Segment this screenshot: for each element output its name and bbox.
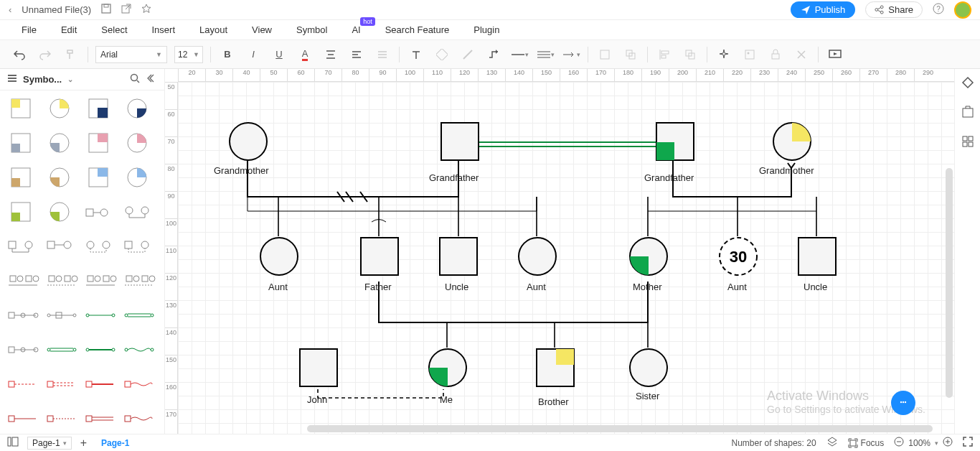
page-tab[interactable]: Page-1 <box>95 438 135 448</box>
node-grandfather2[interactable] <box>655 121 695 164</box>
zoom-in-button[interactable] <box>943 437 953 449</box>
symbol-relation-8[interactable] <box>46 267 77 294</box>
symbol-relation-6[interactable] <box>123 233 155 260</box>
node-aunt2[interactable] <box>517 236 557 279</box>
node-grandmother2[interactable] <box>772 121 812 164</box>
symbol-line-14[interactable] <box>46 405 77 432</box>
symbol-relation-2[interactable] <box>123 198 155 226</box>
symbol-circle-navy[interactable] <box>123 95 155 122</box>
grid-icon[interactable] <box>961 135 974 150</box>
page-select[interactable]: Page-1▾ <box>27 437 72 450</box>
node-sister[interactable] <box>628 348 669 390</box>
node-mother[interactable] <box>628 236 669 279</box>
node-father[interactable] <box>359 236 400 279</box>
symbol-line-9[interactable] <box>7 371 39 398</box>
font-select[interactable]: Arial▼ <box>95 46 167 63</box>
node-brother[interactable] <box>535 348 575 390</box>
presentation-tool[interactable] <box>826 45 844 64</box>
symbol-relation-7[interactable] <box>7 267 39 294</box>
menu-edit[interactable]: Edit <box>61 24 77 35</box>
image-tool[interactable] <box>740 45 759 64</box>
settings-tool[interactable] <box>792 45 811 64</box>
symbol-square-grey[interactable] <box>7 129 39 157</box>
symbol-relation-3[interactable] <box>7 233 39 260</box>
group-tool[interactable] <box>681 45 699 64</box>
bold-button[interactable]: B <box>218 45 237 64</box>
help-icon[interactable]: ? <box>933 3 944 17</box>
hamburger-icon[interactable] <box>7 73 17 85</box>
symbol-line-10[interactable] <box>46 371 77 398</box>
menu-select[interactable]: Select <box>101 24 127 35</box>
font-size-select[interactable]: 12▼ <box>174 46 203 63</box>
symbol-line-5[interactable] <box>7 336 39 363</box>
share-button[interactable]: Share <box>865 1 923 18</box>
italic-button[interactable]: I <box>244 45 263 64</box>
node-me[interactable] <box>428 348 468 390</box>
avatar[interactable] <box>954 1 971 19</box>
symbol-square-blue[interactable] <box>85 164 116 191</box>
symbol-line-7[interactable] <box>85 336 116 363</box>
symbol-line-6[interactable] <box>46 336 77 363</box>
menu-view[interactable]: View <box>252 24 272 35</box>
save-icon[interactable] <box>101 4 111 16</box>
symbol-line-13[interactable] <box>7 405 39 432</box>
symbol-square-pink[interactable] <box>85 129 116 157</box>
symbol-circle-tan[interactable] <box>46 164 77 191</box>
chevron-down-icon[interactable]: ⌄ <box>67 75 73 83</box>
symbol-circle-grey[interactable] <box>46 129 77 157</box>
node-aunt1[interactable] <box>259 236 299 279</box>
scrollbar-horizontal[interactable] <box>307 425 933 432</box>
layers-icon[interactable] <box>826 436 838 450</box>
symbol-relation-1[interactable] <box>85 198 116 226</box>
menu-layout[interactable]: Layout <box>199 24 227 35</box>
fill-tool[interactable] <box>433 45 451 64</box>
node-grandmother1[interactable] <box>228 121 268 164</box>
snap1-tool[interactable] <box>595 45 614 64</box>
text-color-button[interactable]: A <box>296 45 314 64</box>
line-weight-tool[interactable]: ▾ <box>536 45 555 64</box>
menu-plugin[interactable]: Plugin <box>473 24 499 35</box>
node-aunt3[interactable]: 30 <box>718 236 758 279</box>
export-icon[interactable] <box>961 106 974 121</box>
text-tool[interactable] <box>407 45 425 64</box>
page-list-icon[interactable] <box>7 437 19 449</box>
line-color-tool[interactable] <box>458 45 477 64</box>
add-page-button[interactable]: + <box>80 437 87 450</box>
snap2-tool[interactable] <box>621 45 640 64</box>
menu-symbol[interactable]: Symbol <box>296 24 327 35</box>
redo-button[interactable] <box>36 45 55 64</box>
symbol-relation-9[interactable] <box>85 267 116 294</box>
symbol-line-11[interactable] <box>85 371 116 398</box>
menu-file[interactable]: File <box>22 24 37 35</box>
menu-insert[interactable]: Insert <box>152 24 176 35</box>
scrollbar-vertical[interactable] <box>946 168 953 398</box>
magic-tool[interactable] <box>715 45 733 64</box>
underline-button[interactable]: U <box>270 45 288 64</box>
chat-button[interactable] <box>891 391 915 415</box>
symbol-circle-green[interactable] <box>46 198 77 226</box>
undo-button[interactable] <box>10 45 29 64</box>
align-left-tool[interactable] <box>655 45 674 64</box>
arrow-style-tool[interactable]: ▾ <box>562 45 580 64</box>
canvas[interactable]: Grandmother Grandfather Grandfather Gran… <box>178 82 954 434</box>
symbol-line-16[interactable] <box>123 405 155 432</box>
zoom-control[interactable]: 100%▾ <box>894 437 953 449</box>
node-grandfather1[interactable] <box>440 121 480 164</box>
publish-button[interactable]: Publish <box>791 1 856 18</box>
menu-search-feature[interactable]: Search Feature <box>385 24 450 35</box>
connector-tool[interactable] <box>484 45 503 64</box>
symbol-relation-10[interactable] <box>123 267 155 294</box>
symbol-line-1[interactable] <box>7 302 39 329</box>
zoom-out-button[interactable] <box>894 437 904 449</box>
symbol-line-8[interactable] <box>123 336 155 363</box>
fill-style-icon[interactable] <box>961 76 974 91</box>
lock-tool[interactable] <box>766 45 785 64</box>
symbol-line-12[interactable] <box>123 371 155 398</box>
back-icon[interactable]: ‹ <box>9 4 11 15</box>
symbol-square-navy[interactable] <box>85 95 116 122</box>
line-style-tool[interactable]: ▾ <box>510 45 529 64</box>
star-icon[interactable] <box>141 4 151 16</box>
symbol-line-15[interactable] <box>85 405 116 432</box>
search-icon[interactable] <box>130 73 140 85</box>
open-external-icon[interactable] <box>121 4 131 16</box>
